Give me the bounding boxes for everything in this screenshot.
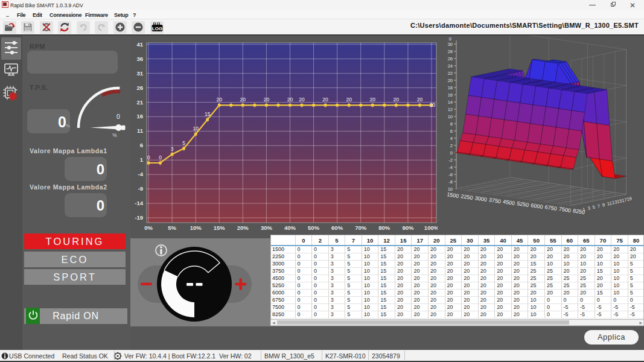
svg-text:16: 16 xyxy=(448,92,453,98)
svg-text:8: 8 xyxy=(450,121,453,127)
svg-text:16: 16 xyxy=(136,113,143,119)
svg-text:22: 22 xyxy=(448,71,453,76)
svg-text:24: 24 xyxy=(448,63,453,69)
svg-text:20%: 20% xyxy=(237,224,249,231)
svg-text:70%: 70% xyxy=(355,224,367,231)
svg-text:20: 20 xyxy=(417,97,423,103)
svg-text:4500: 4500 xyxy=(502,198,515,206)
svg-text:1: 1 xyxy=(140,156,144,163)
svg-text:1: 1 xyxy=(582,206,586,212)
svg-text:-4: -4 xyxy=(448,165,453,170)
svg-text:41: 41 xyxy=(136,41,143,48)
svg-text:0: 0 xyxy=(159,154,162,160)
svg-text:20: 20 xyxy=(394,97,400,103)
svg-text:5%: 5% xyxy=(168,224,176,231)
svg-text:36: 36 xyxy=(136,56,143,62)
svg-text:20: 20 xyxy=(264,97,270,103)
svg-text:10: 10 xyxy=(193,125,199,132)
svg-text:20: 20 xyxy=(430,102,436,108)
svg-text:5: 5 xyxy=(592,204,596,210)
svg-text:26: 26 xyxy=(448,56,453,62)
svg-text:30%: 30% xyxy=(261,224,273,231)
svg-text:2250: 2250 xyxy=(461,193,473,201)
svg-text:12: 12 xyxy=(448,107,453,112)
svg-text:100%: 100% xyxy=(424,224,438,231)
svg-text:10: 10 xyxy=(448,114,453,119)
svg-text:3000: 3000 xyxy=(474,195,487,203)
svg-text:26: 26 xyxy=(136,84,143,91)
svg-text:18: 18 xyxy=(448,85,453,91)
svg-text:0: 0 xyxy=(147,154,150,160)
svg-text:-2: -2 xyxy=(448,157,453,163)
svg-text:6000: 6000 xyxy=(531,202,543,210)
svg-text:21: 21 xyxy=(136,99,143,106)
svg-text:3: 3 xyxy=(587,205,591,211)
svg-text:0%: 0% xyxy=(144,224,153,231)
svg-text:80%: 80% xyxy=(378,224,391,231)
svg-text:6: 6 xyxy=(140,142,143,148)
svg-text:-8: -8 xyxy=(448,179,453,185)
svg-text:6750: 6750 xyxy=(544,204,557,212)
svg-text:20: 20 xyxy=(216,97,222,103)
svg-text:4: 4 xyxy=(450,136,453,141)
svg-text:7500: 7500 xyxy=(558,206,571,214)
svg-text:15%: 15% xyxy=(214,224,226,231)
svg-text:-4: -4 xyxy=(138,171,144,177)
svg-text:20: 20 xyxy=(287,97,293,103)
svg-text:-19: -19 xyxy=(135,214,143,221)
svg-text:10%: 10% xyxy=(190,224,202,231)
svg-text:3750: 3750 xyxy=(488,197,501,205)
svg-text:-14: -14 xyxy=(135,200,143,206)
svg-text:20: 20 xyxy=(370,97,376,103)
svg-text:-9: -9 xyxy=(138,185,143,192)
svg-text:31: 31 xyxy=(136,70,143,77)
svg-text:28: 28 xyxy=(448,49,453,54)
svg-text:%: % xyxy=(112,132,117,138)
svg-text:19: 19 xyxy=(626,195,632,202)
svg-text:20: 20 xyxy=(240,97,246,103)
svg-text:0: 0 xyxy=(450,150,453,156)
svg-text:20: 20 xyxy=(299,97,305,103)
svg-text:30: 30 xyxy=(448,42,453,47)
svg-text:LOG: LOG xyxy=(151,26,162,31)
svg-text:90%: 90% xyxy=(402,224,414,231)
svg-text:-6: -6 xyxy=(448,172,453,177)
svg-text:20: 20 xyxy=(322,97,328,103)
svg-text:20: 20 xyxy=(448,78,453,83)
svg-text:60%: 60% xyxy=(331,224,343,231)
svg-text:40%: 40% xyxy=(284,224,296,231)
svg-text:50%: 50% xyxy=(308,224,320,231)
svg-text:1500: 1500 xyxy=(447,191,459,199)
svg-text:2: 2 xyxy=(450,143,453,148)
svg-text:11: 11 xyxy=(137,127,144,134)
svg-text:5250: 5250 xyxy=(517,200,529,208)
svg-text:10: 10 xyxy=(448,186,453,192)
svg-text:5: 5 xyxy=(182,140,185,146)
svg-text:20: 20 xyxy=(346,97,352,103)
svg-text:0: 0 xyxy=(116,113,120,120)
svg-text:6: 6 xyxy=(450,129,453,134)
svg-text:3: 3 xyxy=(171,146,174,152)
svg-text:7: 7 xyxy=(597,203,601,209)
svg-text:14: 14 xyxy=(448,100,453,105)
svg-text:9: 9 xyxy=(602,202,605,208)
svg-text:15: 15 xyxy=(205,111,211,117)
